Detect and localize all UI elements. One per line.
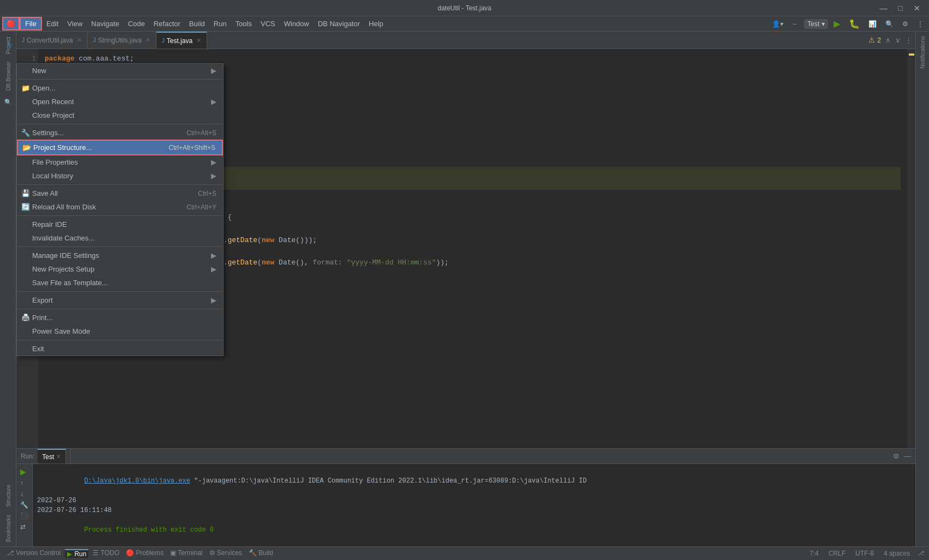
sidebar-icon-structure[interactable]: Structure bbox=[1, 481, 15, 510]
tab-string-utils-close[interactable]: ✕ bbox=[146, 37, 150, 44]
separator-2 bbox=[17, 124, 223, 124]
menu-vcs[interactable]: VCS bbox=[256, 18, 280, 29]
menu-item-project-structure[interactable]: 📂 Project Structure... Ctrl+Alt+Shift+S bbox=[17, 140, 223, 155]
more-actions[interactable]: ⋮ bbox=[914, 19, 927, 29]
scroll-down-icon[interactable]: ↓ bbox=[20, 490, 28, 498]
right-gutter bbox=[907, 49, 915, 448]
menu-item-export[interactable]: Export ▶ bbox=[17, 293, 223, 307]
file-properties-arrow-icon: ▶ bbox=[211, 158, 216, 166]
minimize-button[interactable]: — bbox=[877, 3, 891, 14]
run-config-dropdown[interactable]: ▾ bbox=[822, 20, 825, 28]
java-exe-link[interactable]: D:\Java\jdk1.8\bin\java.exe bbox=[84, 477, 190, 485]
menu-build[interactable]: Build bbox=[185, 18, 209, 29]
menu-run[interactable]: Run bbox=[209, 18, 231, 29]
menu-navigate[interactable]: Navigate bbox=[87, 18, 123, 29]
menu-view[interactable]: View bbox=[63, 18, 87, 29]
tab-convert-util-icon: J bbox=[22, 37, 25, 43]
rerun-icon[interactable]: ⇄ bbox=[20, 523, 28, 531]
menu-item-save-template[interactable]: Save File as Template... bbox=[17, 276, 223, 290]
menu-item-invalidate-caches[interactable]: Invalidate Caches... bbox=[17, 231, 223, 245]
menu-item-exit[interactable]: Exit bbox=[17, 342, 223, 356]
search-everywhere[interactable]: 🔍 bbox=[882, 19, 897, 29]
menu-item-reload-disk[interactable]: 🔄 Reload All from Disk Ctrl+Alt+Y bbox=[17, 200, 223, 214]
sidebar-icon-project[interactable]: Project bbox=[1, 34, 15, 57]
run-tab-label: Test bbox=[42, 453, 54, 461]
menu-db-navigator[interactable]: DB Navigator bbox=[313, 18, 364, 29]
run-tab-close[interactable]: ✕ bbox=[56, 453, 61, 460]
menu-item-open-recent[interactable]: Open Recent ▶ bbox=[17, 95, 223, 109]
separator-4 bbox=[17, 215, 223, 216]
sidebar-icon-search[interactable]: 🔍 bbox=[1, 95, 15, 109]
bottom-run-tab[interactable]: Test ✕ bbox=[38, 449, 66, 463]
status-version-control[interactable]: ⎇ Version Control bbox=[4, 549, 63, 558]
run-header: Run: Test ✕ ⚙ — bbox=[16, 449, 915, 464]
status-todo[interactable]: ☰ TODO bbox=[91, 549, 122, 558]
sidebar-icon-bookmarks[interactable]: Bookmarks bbox=[1, 511, 15, 545]
menu-item-open-label: Open... bbox=[32, 84, 56, 92]
menu-item-save-all[interactable]: 💾 Save All Ctrl+S bbox=[17, 186, 223, 200]
menu-item-close-project[interactable]: Close Project bbox=[17, 109, 223, 122]
tab-test[interactable]: J Test.java ✕ bbox=[156, 32, 207, 49]
run-panel-label: Run: bbox=[21, 453, 34, 460]
run-with-coverage[interactable]: 📊 bbox=[865, 19, 880, 29]
tab-bar: J ConvertUtil.java ✕ J StringUtils.java … bbox=[16, 32, 915, 49]
title-bar-title: dateUtil - Test.java bbox=[438, 4, 492, 12]
menu-help[interactable]: Help bbox=[364, 18, 388, 29]
status-services[interactable]: ⚙ Services bbox=[207, 549, 244, 558]
status-problems[interactable]: 🔴 Problems bbox=[124, 549, 166, 558]
back-button[interactable]: ← bbox=[789, 19, 802, 29]
status-run[interactable]: ▶ Run bbox=[65, 549, 88, 558]
settings-button[interactable]: ⚙ bbox=[899, 19, 912, 29]
menu-edit[interactable]: Edit bbox=[42, 18, 63, 29]
close-button[interactable]: ✕ bbox=[910, 3, 924, 14]
bottom-panel-settings[interactable]: ⚙ bbox=[893, 452, 900, 460]
menu-item-power-save[interactable]: Power Save Mode bbox=[17, 324, 223, 338]
menu-tools[interactable]: Tools bbox=[231, 18, 256, 29]
todo-label: TODO bbox=[101, 549, 119, 557]
tab-string-utils[interactable]: J StringUtils.java ✕ bbox=[88, 32, 156, 49]
menu-item-file-properties[interactable]: File Properties ▶ bbox=[17, 155, 223, 169]
main-layout: Project DB Browser 🔍 Structure Bookmarks… bbox=[0, 32, 929, 546]
run-green-button[interactable]: ▶ bbox=[20, 467, 28, 476]
menu-item-new-projects-setup[interactable]: New Projects Setup ▶ bbox=[17, 262, 223, 276]
run-button[interactable]: ▶ bbox=[830, 17, 843, 31]
tab-convert-util-close[interactable]: ✕ bbox=[77, 37, 82, 44]
menu-item-settings[interactable]: 🔧 Settings... Ctrl+Alt+S bbox=[17, 126, 223, 140]
stop-icon[interactable]: ⬛ bbox=[20, 512, 28, 520]
status-terminal[interactable]: ▣ Terminal bbox=[168, 549, 204, 558]
menu-item-local-history[interactable]: Local History ▶ bbox=[17, 169, 223, 183]
menu-app-icon[interactable]: 🔴 bbox=[2, 17, 20, 31]
menu-item-print-label: Print... bbox=[32, 314, 53, 322]
menu-item-open[interactable]: 📁 Open... bbox=[17, 81, 223, 95]
bottom-panel: Run: Test ✕ ⚙ — ▶ ↑ ↓ bbox=[16, 448, 915, 546]
menu-item-print[interactable]: 🖨️ Print... bbox=[17, 311, 223, 324]
more-tabs-icon[interactable]: ⋮ bbox=[905, 36, 912, 44]
notifications-label[interactable]: Notifications bbox=[919, 32, 926, 73]
vcs-update-button[interactable]: 👤▾ bbox=[769, 19, 787, 29]
encoding[interactable]: UTF-8 bbox=[853, 550, 876, 557]
tab-test-close[interactable]: ✕ bbox=[196, 37, 201, 44]
menu-refactor[interactable]: Refactor bbox=[149, 18, 185, 29]
menu-item-new[interactable]: New ▶ bbox=[17, 64, 223, 77]
arrow-up-icon[interactable]: ∧ bbox=[885, 36, 891, 44]
maximize-button[interactable]: □ bbox=[895, 3, 906, 14]
wrench-icon[interactable]: 🔧 bbox=[20, 501, 28, 509]
tab-convert-util[interactable]: J ConvertUtil.java ✕ bbox=[16, 32, 88, 49]
status-build[interactable]: 🔨 Build bbox=[246, 549, 275, 558]
menu-window[interactable]: Window bbox=[280, 18, 313, 29]
tab-string-utils-icon: J bbox=[93, 37, 96, 43]
line-ending[interactable]: CRLF bbox=[827, 550, 848, 557]
bottom-panel-minimize[interactable]: — bbox=[904, 452, 911, 460]
menu-item-manage-ide[interactable]: Manage IDE Settings ▶ bbox=[17, 249, 223, 262]
indent[interactable]: 4 spaces bbox=[882, 550, 912, 557]
arrow-down-icon[interactable]: ∨ bbox=[895, 36, 901, 44]
sidebar-icon-db-browser[interactable]: DB Browser bbox=[1, 58, 15, 94]
git-icon: ⎇ bbox=[918, 550, 925, 557]
menu-file[interactable]: File bbox=[20, 17, 42, 31]
build-label: Build bbox=[258, 549, 273, 557]
debug-button[interactable]: 🐛 bbox=[846, 17, 863, 31]
menu-item-repair-ide[interactable]: Repair IDE bbox=[17, 218, 223, 231]
menu-code[interactable]: Code bbox=[124, 18, 149, 29]
scroll-up-icon[interactable]: ↑ bbox=[20, 479, 28, 487]
run-config[interactable]: Test ▾ bbox=[804, 19, 828, 29]
